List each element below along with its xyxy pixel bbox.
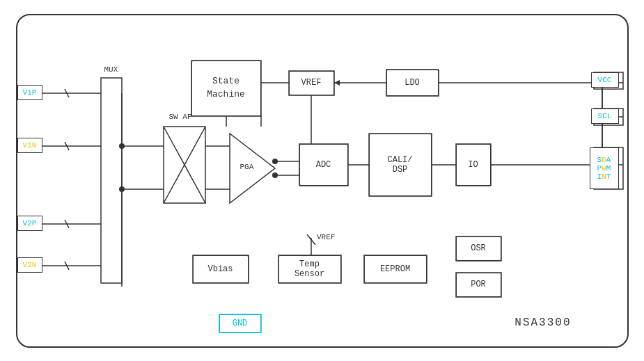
svg-point-22	[272, 159, 278, 164]
chip-diagram: VREF V1P V1N V2P V2N MUX	[16, 14, 629, 348]
cali-dsp-block: CALI/ DSP	[369, 134, 432, 196]
svg-marker-33	[334, 80, 340, 86]
svg-line-7	[65, 262, 69, 270]
svg-text:VREF: VREF	[317, 233, 335, 241]
svg-point-23	[272, 173, 278, 178]
svg-rect-8	[101, 78, 122, 283]
temp-sensor-block: Temp Sensor	[278, 255, 341, 283]
mux-label: MUX	[104, 65, 118, 74]
svg-line-44	[307, 234, 315, 245]
pin-v1n: V1N	[17, 138, 42, 153]
pin-scl: SCL	[591, 109, 619, 124]
chip-name-label: NSA3300	[515, 316, 571, 329]
svg-point-11	[119, 143, 125, 149]
vref-top-block: VREF	[289, 71, 334, 95]
svg-line-5	[65, 220, 69, 228]
vbias-block: Vbias	[193, 255, 249, 283]
svg-rect-14	[164, 127, 205, 203]
gnd-box: GND	[219, 314, 261, 332]
svg-line-16	[164, 127, 205, 203]
pin-v1p: V1P	[17, 85, 42, 100]
pin-sda-pwm-int: SDA PWM INT	[590, 147, 619, 189]
swap-label: SW AP	[169, 113, 192, 121]
pga-label: PGA	[240, 163, 254, 171]
io-block: IO	[456, 144, 491, 186]
osr-block: OSR	[456, 236, 501, 261]
eeprom-block: EEPROM	[364, 255, 427, 283]
svg-line-1	[65, 89, 69, 97]
state-machine-block: State Machine	[191, 61, 261, 116]
svg-point-12	[119, 186, 125, 192]
pin-v2n: V2N	[17, 257, 42, 273]
pin-v2p: V2P	[17, 216, 42, 231]
por-block: POR	[456, 273, 501, 297]
svg-line-15	[164, 127, 205, 203]
ldo-block: LDO	[386, 70, 439, 96]
pin-vcc: VCC	[591, 72, 619, 88]
svg-line-3	[65, 142, 69, 150]
adc-block: ADC	[299, 144, 348, 186]
